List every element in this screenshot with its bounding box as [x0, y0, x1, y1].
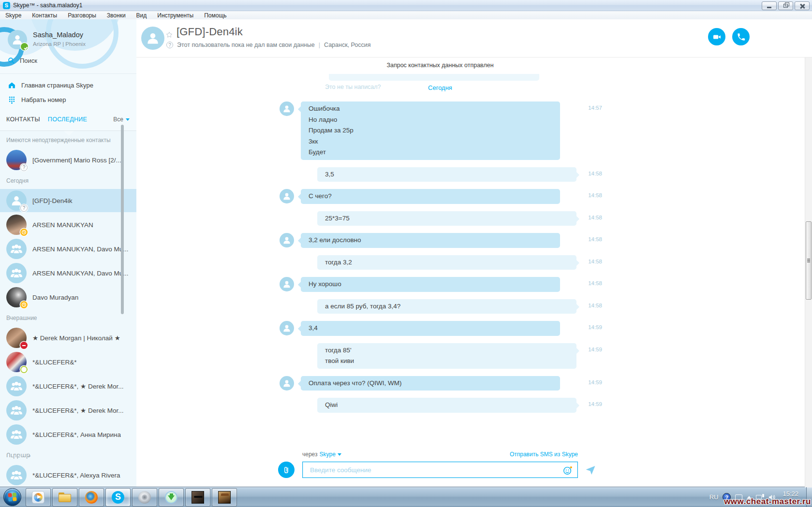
menu-calls[interactable]: Звонки	[102, 12, 131, 19]
message-timestamp: 14:59	[588, 379, 602, 385]
folder-icon	[59, 493, 71, 502]
language-indicator[interactable]: RU	[709, 493, 719, 501]
send-sms-link[interactable]: Отправить SMS из Skype	[510, 451, 578, 458]
sidebar-item-dialpad[interactable]: Набрать номер	[8, 96, 66, 104]
message-outgoing: тогда 85' твой киви 14:59	[278, 343, 602, 369]
contact-row[interactable]: ★ Derek Morgan | Николай ★	[0, 326, 136, 349]
message-outgoing: тогда 3,2 14:58	[278, 255, 602, 270]
contact-name: *&LUCEFER&*, ★ Derek Mor...	[32, 406, 123, 414]
contact-row-selected[interactable]: ? [GFD]-Den4ik	[0, 189, 136, 212]
message-text: 3,2 ели дословно	[309, 235, 552, 246]
filter-dropdown[interactable]: Все	[113, 116, 130, 123]
message-bubble[interactable]: тогда 3,2	[317, 255, 576, 270]
contact-row[interactable]: ? [Government] Mario Ross [2/...	[0, 148, 136, 172]
message-bubble[interactable]: 3,5	[317, 167, 576, 182]
favorite-star-icon[interactable]	[165, 31, 173, 39]
send-message-button[interactable]	[585, 464, 596, 475]
message-text: Но ладно	[309, 115, 552, 126]
taskbar-app-volume-mixer[interactable]	[132, 488, 157, 507]
window-titlebar[interactable]: S Skype™ - sasha.maladoy1	[0, 0, 812, 11]
contact-row[interactable]: *&LUCEFER&*	[0, 350, 136, 374]
message-bubble[interactable]: Оплата через что? (QIWI, WM)	[301, 376, 560, 391]
video-call-button[interactable]	[708, 28, 725, 45]
attach-file-button[interactable]	[278, 462, 295, 478]
message-text: 3кк	[309, 136, 552, 147]
avatar[interactable]	[8, 30, 27, 49]
contact-row[interactable]: *&LUCEFER&*, ★ Derek Mor...	[0, 375, 136, 398]
contact-row[interactable]: *&LUCEFER&*, Анна Мирина	[0, 423, 136, 446]
composer-options-row: через Skype Отправить SMS из Skype	[302, 451, 578, 459]
tab-recent[interactable]: ПОСЛЕДНИЕ	[48, 116, 87, 123]
user-profile[interactable]: Sasha_Maladoy Arizona RP | Phoenix	[8, 30, 86, 49]
message-bubble[interactable]: С чего?	[301, 189, 560, 204]
contact-request-banner: Запрос контактных данных отправлен	[278, 62, 602, 69]
message-bubble[interactable]: тогда 85' твой киви	[317, 343, 576, 369]
send-via-dropdown[interactable]: через Skype	[302, 451, 341, 458]
message-text: Ошибочка	[309, 103, 552, 115]
question-badge: ?	[20, 204, 28, 212]
message-bubble[interactable]: а если 85 руб, тогда 3,4?	[317, 299, 576, 314]
menu-help[interactable]: Помощь	[199, 12, 232, 19]
voice-call-button[interactable]	[732, 28, 750, 45]
info-question-icon[interactable]: ?	[166, 42, 173, 48]
taskbar-app-mediaget[interactable]	[159, 488, 184, 507]
chat-scrollbar-thumb[interactable]	[806, 221, 812, 300]
sidebar-scrollbar-thumb[interactable]	[121, 125, 124, 314]
message-timestamp: 14:58	[588, 192, 602, 198]
contacts-tabs: КОНТАКТЫ ПОСЛЕДНИЕ Все	[6, 116, 130, 123]
close-button[interactable]	[795, 1, 810, 10]
sidebar-item-home[interactable]: Главная страница Skype	[8, 81, 93, 89]
start-button[interactable]	[3, 488, 21, 506]
messages: Ошибочка Но ладно Продам за 25р 3кк Буде…	[278, 101, 602, 413]
menu-conversations[interactable]: Разговоры	[62, 12, 102, 19]
skype-app-icon: S	[3, 2, 10, 9]
menu-contacts[interactable]: Контакты	[27, 12, 62, 19]
menu-skype[interactable]: Skype	[0, 12, 27, 19]
contact-avatar	[6, 287, 27, 307]
tab-contacts[interactable]: КОНТАКТЫ	[6, 116, 40, 123]
contact-row[interactable]: ARSEN MANUKYAN	[0, 213, 136, 236]
restore-icon	[783, 4, 788, 8]
message-bubble[interactable]: Qiwi	[317, 398, 576, 413]
message-input[interactable]	[303, 462, 577, 478]
taskbar-app-firefox[interactable]	[79, 488, 104, 507]
restore-button[interactable]	[778, 1, 793, 10]
sidebar-item-label: Набрать номер	[21, 96, 66, 103]
close-icon	[800, 3, 805, 8]
minimize-button[interactable]	[762, 1, 777, 10]
contact-row[interactable]: ARSEN MANUKYAN, Davo Mu...	[0, 261, 136, 285]
menu-view[interactable]: Вид	[131, 12, 152, 19]
download-arrow-icon	[165, 491, 177, 504]
message-outgoing: 3,5 14:58	[278, 167, 602, 182]
message-bubble[interactable]: Ну хорошо	[301, 277, 560, 292]
message-bubble[interactable]: 3,2 ели дословно	[301, 233, 560, 248]
taskbar-app-gta-sa[interactable]	[185, 488, 210, 507]
message-outgoing: а если 85 руб, тогда 3,4? 14:58	[278, 299, 602, 314]
taskbar-app-skype[interactable]: S	[105, 488, 131, 507]
contact-name: *&LUCEFER&*	[32, 359, 77, 366]
contact-row[interactable]: Davo Muradyan	[0, 286, 136, 309]
message-bubble[interactable]: Ошибочка Но ладно Продам за 25р 3кк Буде…	[301, 101, 560, 160]
minimize-icon	[767, 7, 771, 8]
contact-row[interactable]: ARSEN MANUKYAN, Davo Mu...	[0, 237, 136, 261]
speaker-icon	[138, 491, 151, 504]
group-avatar	[6, 400, 27, 420]
contact-row[interactable]: *&LUCEFER&*, Alexya Rivera	[0, 464, 136, 487]
search-field[interactable]: Поиск	[8, 57, 37, 64]
contact-avatar	[6, 352, 27, 372]
message-bubble[interactable]: 25*3=75	[317, 211, 576, 226]
taskbar-app-gta-samp[interactable]	[212, 488, 237, 507]
taskbar-app-explorer[interactable]	[52, 488, 77, 507]
emoticon-button[interactable]	[563, 465, 573, 475]
message-bubble[interactable]: 3,4	[301, 321, 560, 336]
chat-scrollbar[interactable]	[805, 58, 812, 487]
chat-contact-avatar[interactable]	[141, 27, 164, 50]
contact-row[interactable]: *&LUCEFER&*, ★ Derek Mor...	[0, 399, 136, 422]
message-text: Qiwi	[325, 400, 569, 411]
message-avatar-icon	[280, 101, 294, 116]
taskbar-app-media-player[interactable]	[26, 488, 51, 507]
day-divider[interactable]: Сегодня	[428, 84, 452, 91]
menu-tools[interactable]: Инструменты	[152, 12, 199, 19]
away-clock-badge	[20, 301, 28, 308]
contact-name: *&LUCEFER&*, Alexya Rivera	[32, 472, 120, 479]
